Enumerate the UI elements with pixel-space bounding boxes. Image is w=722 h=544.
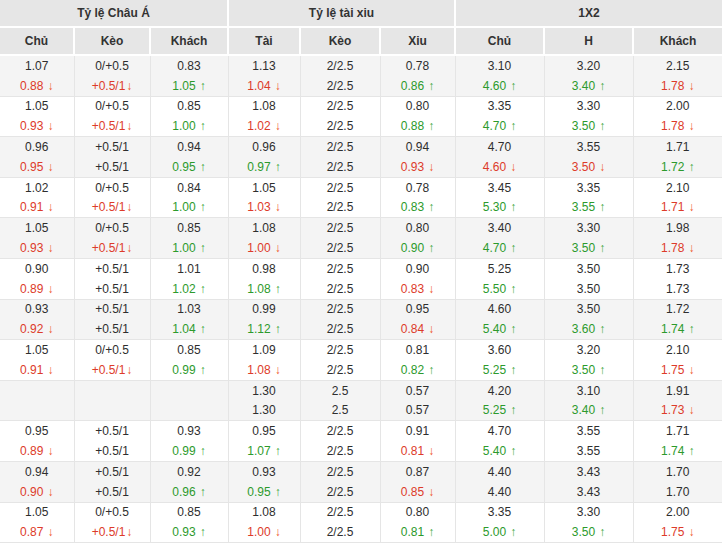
up-arrow-icon: ↑ [428, 200, 434, 214]
odds-value: 3.10 [577, 384, 600, 398]
odds-value: 3.43 [577, 485, 600, 499]
odds-cell: +0.5/1 [74, 137, 150, 157]
odds-table-body: 1.070/+0.50.831.132/2.50.783.103.202.150… [0, 55, 722, 543]
down-arrow-icon: ↓ [688, 403, 694, 417]
odds-cell: 1.04↑ [150, 319, 228, 339]
odds-cell: +0.5/1 [74, 279, 150, 299]
odds-cell: 2/2.5 [300, 461, 380, 481]
up-arrow-icon: ↑ [200, 444, 206, 458]
down-arrow-icon: ↓ [47, 79, 53, 93]
odds-row-opening: 1.070/+0.50.831.132/2.50.783.103.202.15 [0, 55, 722, 76]
odds-cell: 3.10 [544, 380, 633, 400]
odds-cell: 2/2.5 [300, 319, 380, 339]
odds-row-opening: 0.95+0.5/10.930.952/2.50.914.703.551.71 [0, 421, 722, 441]
odds-value: 0.94 [177, 140, 200, 154]
odds-cell: 4.60↑ [455, 76, 544, 96]
down-arrow-icon: ↓ [47, 119, 53, 133]
odds-value: 2/2.5 [327, 485, 354, 499]
odds-cell: 1.07 [0, 55, 74, 76]
up-arrow-icon: ↑ [688, 444, 694, 458]
odds-value: 0.84 [177, 181, 200, 195]
odds-value: 0.84 [401, 322, 424, 336]
odds-cell: 2/2.5 [300, 421, 380, 441]
down-arrow-icon: ↓ [47, 485, 53, 499]
odds-value: 4.70 [488, 140, 511, 154]
odds-value: +0.5/1 [95, 465, 129, 479]
up-arrow-icon: ↑ [510, 200, 516, 214]
odds-cell: 5.50↑ [455, 279, 544, 299]
odds-value: 1.02 [247, 119, 270, 133]
up-arrow-icon: ↑ [200, 119, 206, 133]
odds-cell: 0.85 [150, 502, 228, 522]
odds-value: 0.85 [177, 221, 200, 235]
odds-cell: 5.25↑ [455, 401, 544, 421]
odds-value: 1.73 [661, 403, 684, 417]
odds-cell: 0.99 [228, 299, 300, 319]
odds-cell: 0.85↓ [380, 482, 455, 502]
odds-value: 0/+0.5 [95, 181, 129, 195]
down-arrow-icon: ↓ [47, 241, 53, 255]
odds-value: 3.55 [572, 200, 595, 214]
odds-cell: +0.5/1 [74, 258, 150, 278]
odds-value: 0.81 [406, 343, 429, 357]
odds-cell: 3.43 [544, 461, 633, 481]
odds-value: 1.02 [172, 282, 195, 296]
odds-value: 0.83 [177, 59, 200, 73]
odds-cell: 1.72↑ [633, 157, 722, 177]
odds-cell [74, 380, 150, 400]
odds-cell: 0.93 [228, 461, 300, 481]
up-arrow-icon: ↑ [200, 282, 206, 296]
odds-value: 2/2.5 [327, 241, 354, 255]
odds-cell: 4.70↑ [455, 238, 544, 258]
col-header-1x2-home: Chủ [455, 27, 544, 55]
odds-cell: 2/2.5 [300, 522, 380, 542]
odds-cell: 4.70 [455, 421, 544, 441]
odds-cell: 3.35 [455, 502, 544, 522]
odds-value: 0.95 [25, 424, 48, 438]
up-arrow-icon: ↑ [428, 363, 434, 377]
odds-row-live: 0.92↓+0.5/11.04↑1.12↑2/2.50.84↓5.40↑3.60… [0, 319, 722, 339]
odds-value: 3.10 [488, 59, 511, 73]
odds-cell: 5.00↑ [455, 522, 544, 542]
down-arrow-icon: ↓ [47, 200, 53, 214]
section-header-1x2: 1X2 [455, 0, 722, 27]
odds-value: 2/2.5 [327, 505, 354, 519]
odds-cell [0, 380, 74, 400]
odds-cell: 4.60 [455, 299, 544, 319]
col-header-1x2-draw: H [544, 27, 633, 55]
up-arrow-icon: ↑ [275, 322, 281, 336]
odds-cell: +0.5/1↓ [74, 116, 150, 136]
odds-value: 0.57 [406, 403, 429, 417]
down-arrow-icon: ↓ [428, 322, 434, 336]
odds-value: 0.87 [20, 525, 43, 539]
odds-cell: 3.50↑ [544, 238, 633, 258]
up-arrow-icon: ↑ [275, 282, 281, 296]
odds-value: 2/2.5 [327, 221, 354, 235]
down-arrow-icon: ↓ [428, 444, 434, 458]
down-arrow-icon: ↓ [510, 160, 516, 174]
odds-cell: 3.50 [544, 299, 633, 319]
odds-cell: 4.70↑ [455, 116, 544, 136]
odds-cell: +0.5/1↓ [74, 198, 150, 218]
odds-cell: 0.84 [150, 177, 228, 197]
odds-value: 0.90 [20, 485, 43, 499]
col-header-over: Tài [228, 27, 300, 55]
odds-cell: +0.5/1 [74, 461, 150, 481]
odds-value: 1.00 [172, 119, 195, 133]
odds-value: 4.60 [483, 160, 506, 174]
odds-value: 0.92 [177, 465, 200, 479]
odds-cell: 1.02 [0, 177, 74, 197]
odds-value: +0.5/1 [92, 525, 126, 539]
odds-cell: 3.50↑ [544, 116, 633, 136]
odds-value: 1.04 [247, 79, 270, 93]
odds-cell: 3.60 [455, 340, 544, 360]
odds-cell: 1.03↓ [228, 198, 300, 218]
odds-cell: 0.91↓ [0, 360, 74, 380]
odds-cell: 1.07↑ [228, 441, 300, 461]
down-arrow-icon: ↓ [599, 160, 605, 174]
odds-row-opening: 0.94+0.5/10.920.932/2.50.874.403.431.70 [0, 461, 722, 481]
odds-value: 0.80 [406, 505, 429, 519]
odds-value: 3.50 [572, 525, 595, 539]
up-arrow-icon: ↑ [510, 282, 516, 296]
up-arrow-icon: ↑ [510, 525, 516, 539]
